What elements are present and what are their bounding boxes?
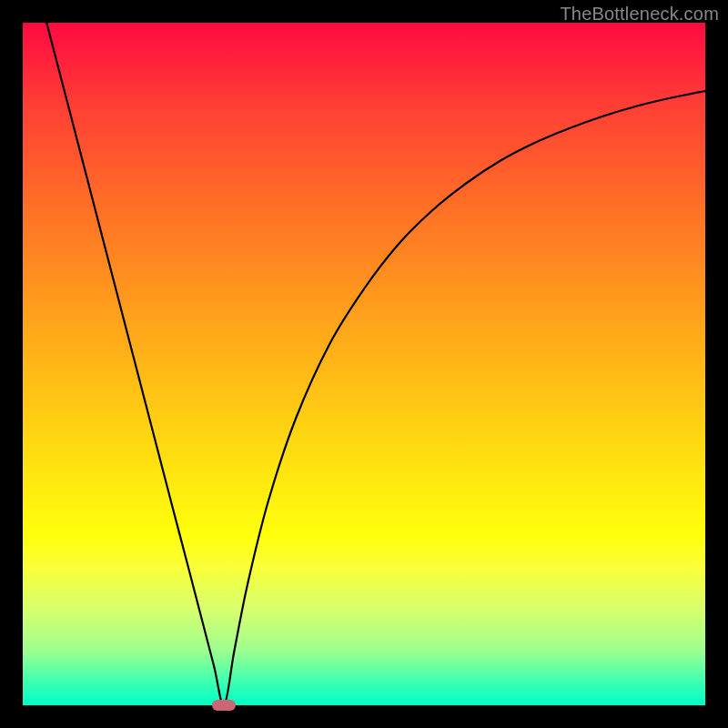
watermark: TheBottleneck.com <box>560 4 719 25</box>
plot-area <box>23 23 705 705</box>
bottleneck-curve <box>23 23 705 705</box>
chart-frame: TheBottleneck.com <box>0 0 728 728</box>
minimum-marker <box>212 700 236 711</box>
